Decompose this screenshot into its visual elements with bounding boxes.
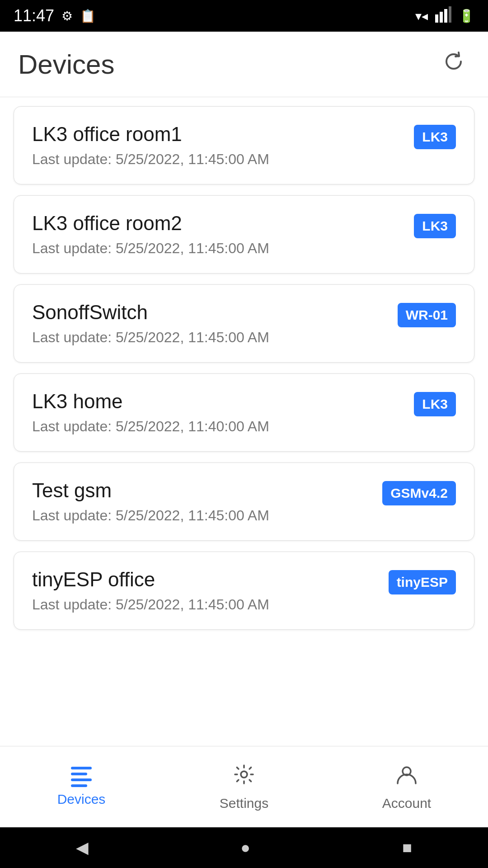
signal-icon (435, 6, 451, 26)
recents-button[interactable]: ■ (402, 838, 412, 857)
device-badge-4: GSMv4.2 (382, 481, 456, 505)
device-badge-3: LK3 (414, 392, 456, 416)
svg-rect-2 (444, 9, 447, 23)
device-card-3[interactable]: LK3 home Last update: 5/25/2022, 11:40:0… (14, 373, 474, 452)
device-card-1[interactable]: LK3 office room2 Last update: 5/25/2022,… (14, 195, 474, 274)
device-update-0: Last update: 5/25/2022, 11:45:00 AM (32, 151, 405, 168)
devices-nav-icon (71, 767, 92, 787)
nav-label-settings: Settings (220, 796, 268, 811)
device-name-0: LK3 office room1 (32, 123, 405, 146)
wifi-icon: ▾◂ (415, 9, 428, 24)
device-info-1: LK3 office room2 Last update: 5/25/2022,… (32, 212, 405, 257)
page-header: Devices (0, 32, 488, 97)
status-right: ▾◂ 🔋 (415, 6, 474, 26)
clipboard-status-icon: 📋 (80, 9, 96, 24)
device-info-4: Test gsm Last update: 5/25/2022, 11:45:0… (32, 479, 373, 524)
device-badge-2: WR-01 (398, 303, 456, 327)
device-badge-1: LK3 (414, 214, 456, 238)
settings-status-icon: ⚙ (61, 9, 73, 24)
home-button[interactable]: ● (240, 838, 250, 857)
device-update-4: Last update: 5/25/2022, 11:45:00 AM (32, 507, 373, 524)
page-title: Devices (18, 49, 114, 80)
device-name-2: SonoffSwitch (32, 301, 389, 324)
device-update-3: Last update: 5/25/2022, 11:40:00 AM (32, 418, 405, 435)
device-update-1: Last update: 5/25/2022, 11:45:00 AM (32, 240, 405, 257)
device-badge-5: tinyESP (389, 570, 456, 594)
nav-item-devices[interactable]: Devices (0, 758, 163, 816)
nav-item-account[interactable]: Account (325, 754, 488, 820)
device-name-4: Test gsm (32, 479, 373, 502)
account-nav-icon (395, 763, 418, 791)
svg-point-4 (241, 771, 247, 778)
device-name-5: tinyESP office (32, 568, 380, 591)
refresh-button[interactable] (437, 45, 470, 83)
svg-rect-1 (440, 12, 443, 23)
device-info-0: LK3 office room1 Last update: 5/25/2022,… (32, 123, 405, 168)
device-card-0[interactable]: LK3 office room1 Last update: 5/25/2022,… (14, 106, 474, 184)
back-button[interactable]: ◀ (76, 838, 89, 857)
status-time: 11:47 (14, 6, 54, 25)
device-name-3: LK3 home (32, 390, 405, 413)
device-card-4[interactable]: Test gsm Last update: 5/25/2022, 11:45:0… (14, 462, 474, 541)
device-update-2: Last update: 5/25/2022, 11:45:00 AM (32, 329, 389, 346)
device-info-2: SonoffSwitch Last update: 5/25/2022, 11:… (32, 301, 389, 346)
system-nav-bar: ◀ ● ■ (0, 827, 488, 868)
device-name-1: LK3 office room2 (32, 212, 405, 235)
svg-rect-0 (435, 14, 438, 23)
status-bar: 11:47 ⚙ 📋 ▾◂ 🔋 (0, 0, 488, 32)
nav-item-settings[interactable]: Settings (163, 754, 325, 820)
nav-label-account: Account (382, 796, 431, 811)
device-info-5: tinyESP office Last update: 5/25/2022, 1… (32, 568, 380, 613)
status-left: 11:47 ⚙ 📋 (14, 6, 96, 25)
svg-rect-3 (449, 6, 451, 23)
bottom-nav: Devices Settings Account (0, 746, 488, 827)
battery-icon: 🔋 (459, 9, 474, 24)
device-card-2[interactable]: SonoffSwitch Last update: 5/25/2022, 11:… (14, 284, 474, 363)
device-update-5: Last update: 5/25/2022, 11:45:00 AM (32, 596, 380, 613)
device-card-5[interactable]: tinyESP office Last update: 5/25/2022, 1… (14, 552, 474, 630)
device-badge-0: LK3 (414, 125, 456, 149)
settings-nav-icon (233, 763, 255, 791)
device-info-3: LK3 home Last update: 5/25/2022, 11:40:0… (32, 390, 405, 435)
device-list: LK3 office room1 Last update: 5/25/2022,… (0, 97, 488, 753)
nav-label-devices: Devices (57, 792, 106, 807)
